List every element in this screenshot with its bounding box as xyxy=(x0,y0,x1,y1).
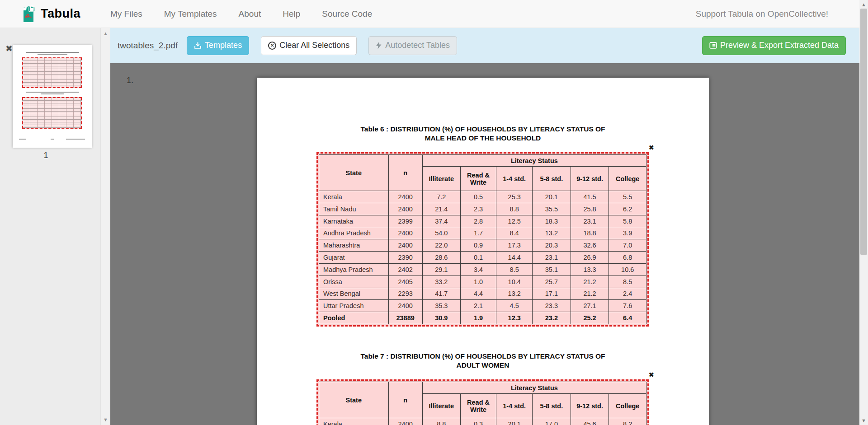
cell-value: 12.3 xyxy=(496,312,533,324)
cell-value: 17.0 xyxy=(533,418,571,425)
cell-value: 35.3 xyxy=(422,300,460,312)
lightning-icon xyxy=(376,42,382,49)
cell-value: 2.1 xyxy=(460,300,496,312)
table6: StatenLiteracy StatusIlliterateRead & Wr… xyxy=(319,154,646,324)
cell-value: 13.3 xyxy=(571,263,609,276)
cell-value: 41.7 xyxy=(422,288,460,300)
table-row: Tamil Nadu240021.42.38.835.525.86.2 xyxy=(319,203,646,215)
col-header-n: n xyxy=(388,155,422,191)
page-number-marker: 1. xyxy=(127,76,133,85)
cell-value: 21.4 xyxy=(422,203,460,215)
table6-selection-close-icon[interactable]: ✖ xyxy=(648,144,654,152)
mini-footer-mark xyxy=(51,139,54,140)
cell-value: 18.8 xyxy=(571,227,609,239)
nav-my-templates[interactable]: My Templates xyxy=(153,5,228,23)
cell-state: Andhra Pradesh xyxy=(319,227,389,239)
cell-value: 13.2 xyxy=(533,227,571,239)
cell-value: 8.4 xyxy=(496,227,533,239)
cell-value: 30.9 xyxy=(422,312,460,324)
table-row: Madhya Pradesh240229.13.48.535.113.310.6 xyxy=(319,263,646,276)
table6-selection-box[interactable]: ✖ StatenLiteracy StatusIlliterateRead & … xyxy=(316,152,649,327)
cell-value: 2399 xyxy=(388,215,422,227)
cell-value: 6.4 xyxy=(609,312,646,324)
table-row: Maharashtra240022.00.917.320.332.67.0 xyxy=(319,239,646,252)
nav-about[interactable]: About xyxy=(228,5,272,23)
cell-state: Kerala xyxy=(319,418,389,425)
mini-table6-title xyxy=(13,52,92,55)
col-group-literacy-status: Literacy Status xyxy=(422,382,646,394)
col-header: Illiterate xyxy=(422,167,460,191)
brand-name: Tabula xyxy=(41,7,80,21)
cell-value: 27.1 xyxy=(571,300,609,312)
col-header: 1-4 std. xyxy=(496,167,533,191)
pdf-page-1[interactable]: Table 6 : DISTRIBUTION (%) OF HOUSEHOLDS… xyxy=(257,78,709,425)
cell-state: Kerala xyxy=(319,191,389,203)
table7-selection-box[interactable]: ✖ StatenLiteracy StatusIlliterateRead & … xyxy=(316,379,649,425)
cell-value: 2293 xyxy=(388,288,422,300)
cell-value: 45.6 xyxy=(571,418,609,425)
cell-value: 0.9 xyxy=(460,239,496,252)
cell-value: 4.4 xyxy=(460,288,496,300)
tabula-brand[interactable]: Tabula xyxy=(20,4,80,24)
nav-help[interactable]: Help xyxy=(272,5,311,23)
circle-x-icon: ✕ xyxy=(268,42,276,50)
col-header: 9-12 std. xyxy=(571,167,609,191)
cell-value: 14.4 xyxy=(496,252,533,264)
clear-button-label: Clear All Selections xyxy=(279,40,349,51)
cell-value: 28.6 xyxy=(422,252,460,264)
mini-table6-selection xyxy=(22,57,82,88)
cell-value: 6.8 xyxy=(609,252,646,264)
autodetect-tables-button[interactable]: Autodetect Tables xyxy=(368,36,457,55)
cell-value: 1.9 xyxy=(460,312,496,324)
main-nav: My Files My Templates About Help Source … xyxy=(99,5,383,23)
cell-state: Karnataka xyxy=(319,215,389,227)
sidebar-scrollbar[interactable]: ▲ ▼ xyxy=(100,28,110,425)
col-header: 5-8 std. xyxy=(533,394,571,418)
scrollbar-thumb[interactable] xyxy=(860,9,867,255)
scroll-down-icon[interactable]: ▼ xyxy=(859,418,868,423)
table-row: Andhra Pradesh240054.01.78.413.218.83.9 xyxy=(319,227,646,239)
cell-state: West Bengal xyxy=(319,288,389,300)
cell-state: Tamil Nadu xyxy=(319,203,389,215)
page-thumbnail[interactable] xyxy=(13,45,92,148)
nav-source-code[interactable]: Source Code xyxy=(311,5,383,23)
table7-title: Table 7 : DISTRIBUTION (%) OF HOUSEHOLDS… xyxy=(257,352,709,370)
col-header: Illiterate xyxy=(422,394,460,418)
cell-value: 10.4 xyxy=(496,276,533,288)
preview-export-button[interactable]: Preview & Export Extracted Data xyxy=(702,36,846,55)
scroll-up-icon[interactable]: ▲ xyxy=(101,31,110,36)
cell-value: 23889 xyxy=(388,312,422,324)
table-row: Karnataka239937.42.812.518.323.15.8 xyxy=(319,215,646,227)
cell-value: 6.2 xyxy=(609,203,646,215)
cell-value: 33.2 xyxy=(422,276,460,288)
col-header: 9-12 std. xyxy=(571,394,609,418)
scroll-up-icon[interactable]: ▲ xyxy=(859,2,868,7)
cell-value: 23.1 xyxy=(533,252,571,264)
cell-value: 7.2 xyxy=(422,191,460,203)
cell-value: 2400 xyxy=(388,191,422,203)
cell-value: 0.1 xyxy=(460,252,496,264)
cell-value: 1.7 xyxy=(460,227,496,239)
cell-value: 7.0 xyxy=(609,239,646,252)
support-link[interactable]: Support Tabula on OpenCollective! xyxy=(696,9,828,19)
close-file-icon[interactable]: ✖ xyxy=(5,44,13,53)
nav-my-files[interactable]: My Files xyxy=(99,5,153,23)
window-scrollbar[interactable]: ▲ ▼ xyxy=(859,0,868,425)
table7-selection-close-icon[interactable]: ✖ xyxy=(648,371,654,379)
scroll-down-icon[interactable]: ▼ xyxy=(101,417,110,422)
cell-state: Madhya Pradesh xyxy=(319,263,389,276)
table-row: Orissa240533.21.010.425.721.28.5 xyxy=(319,276,646,288)
col-header: College xyxy=(609,167,646,191)
cell-value: 29.1 xyxy=(422,263,460,276)
cell-state: Uttar Pradesh xyxy=(319,300,389,312)
templates-button[interactable]: Templates xyxy=(187,36,249,55)
export-button-label: Preview & Export Extracted Data xyxy=(720,40,839,51)
mini-footer-mark xyxy=(19,139,26,140)
autodetect-button-label: Autodetect Tables xyxy=(385,40,450,51)
cell-value: 2402 xyxy=(388,263,422,276)
clear-all-selections-button[interactable]: ✕ Clear All Selections xyxy=(261,36,357,55)
document-toolbar: twotables_2.pdf Templates ✕ Clear All Se… xyxy=(110,28,864,63)
table-row: Pooled2388930.91.912.323.225.26.4 xyxy=(319,312,646,324)
table-row: West Bengal229341.74.413.217.121.22.4 xyxy=(319,288,646,300)
cell-value: 21.2 xyxy=(571,288,609,300)
